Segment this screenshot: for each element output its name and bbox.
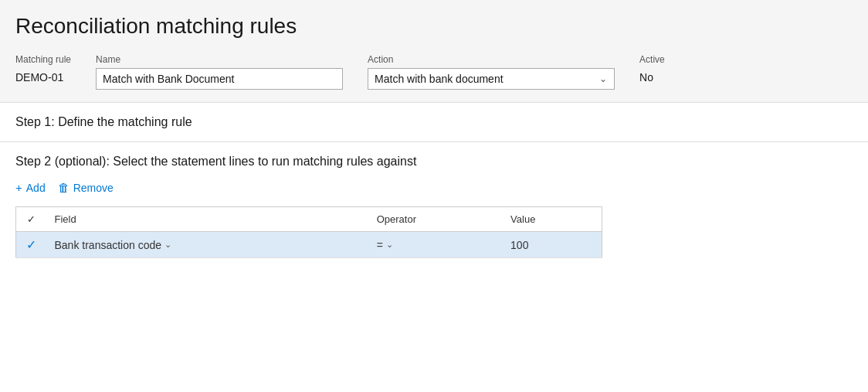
row-check[interactable]: ✓: [16, 232, 47, 258]
col-field: Field: [47, 207, 369, 232]
remove-button[interactable]: 🗑 Remove: [58, 178, 114, 197]
name-field: Name: [96, 54, 343, 90]
row-value: 100: [503, 232, 602, 258]
step2-title: Step 2 (optional): Select the statement …: [0, 142, 868, 178]
field-value: Bank transaction code: [55, 239, 162, 251]
col-operator: Operator: [369, 207, 503, 232]
page-title: Reconciliation matching rules: [0, 0, 868, 48]
table-header-row: ✓ Field Operator Value: [16, 207, 602, 232]
action-field: Action Match with bank documentManual ma…: [368, 54, 615, 90]
remove-trash-icon: 🗑: [58, 181, 70, 194]
header-row: Matching rule DEMO-01 Name Action Match …: [0, 48, 868, 103]
remove-label: Remove: [73, 182, 114, 194]
step1-section: Step 1: Define the matching rule: [0, 103, 868, 142]
row-operator[interactable]: = ⌄: [369, 232, 503, 258]
matching-rule-value: DEMO-01: [15, 68, 71, 87]
add-label: Add: [26, 182, 46, 194]
field-dropdown[interactable]: Bank transaction code ⌄: [55, 239, 172, 251]
conditions-table: ✓ Field Operator Value ✓ Bank transactio…: [15, 206, 602, 258]
active-value: No: [639, 68, 665, 87]
name-label: Name: [96, 54, 343, 65]
action-label: Action: [368, 54, 615, 65]
table-row[interactable]: ✓ Bank transaction code ⌄ = ⌄ 100: [16, 232, 602, 258]
row-field[interactable]: Bank transaction code ⌄: [47, 232, 369, 258]
active-field: Active No: [639, 54, 665, 87]
add-button[interactable]: + Add: [15, 178, 46, 197]
action-select[interactable]: Match with bank documentManual matchCrea…: [368, 68, 615, 90]
col-check: ✓: [16, 207, 47, 232]
step2-toolbar: + Add 🗑 Remove: [0, 178, 868, 206]
col-value: Value: [503, 207, 602, 232]
matching-rule-field: Matching rule DEMO-01: [15, 54, 71, 87]
table-header: ✓ Field Operator Value: [16, 207, 602, 232]
operator-chevron-icon: ⌄: [386, 240, 393, 250]
active-label: Active: [639, 54, 665, 65]
field-chevron-icon: ⌄: [164, 240, 171, 250]
step1-title: Step 1: Define the matching rule: [15, 115, 192, 128]
add-icon: +: [15, 181, 22, 194]
name-input[interactable]: [96, 68, 343, 90]
operator-value: =: [377, 239, 383, 251]
action-dropdown-wrapper: Match with bank documentManual matchCrea…: [368, 68, 615, 90]
operator-dropdown[interactable]: = ⌄: [377, 239, 393, 251]
matching-rule-label: Matching rule: [15, 54, 71, 65]
table-body: ✓ Bank transaction code ⌄ = ⌄ 100: [16, 232, 602, 258]
